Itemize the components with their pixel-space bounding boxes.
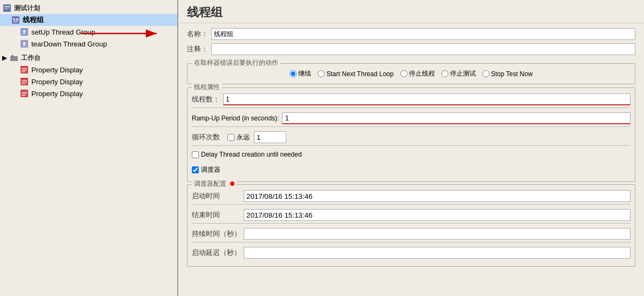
thread-count-label: 线程数：: [192, 95, 220, 104]
svg-rect-15: [23, 45, 26, 46]
duration-row: 持续时间（秒）: [192, 226, 630, 243]
tree-item-workbench[interactable]: ▶ 工作台: [0, 52, 177, 64]
property3-label: Property Display: [31, 90, 83, 98]
startup-delay-row: 启动延迟（秒）: [192, 245, 630, 261]
svg-rect-5: [4, 9, 8, 9]
end-time-row: 结束时间: [192, 207, 630, 224]
svg-rect-24: [22, 82, 27, 83]
svg-rect-19: [22, 68, 27, 69]
property1-icon: [19, 65, 29, 75]
tree-item-testplan[interactable]: 测试计划: [0, 2, 177, 14]
svg-point-7: [13, 18, 15, 21]
svg-rect-17: [11, 55, 14, 57]
svg-rect-29: [22, 95, 25, 96]
tree-item-setup[interactable]: setUp Thread Group: [0, 26, 177, 38]
tree-item-teardown[interactable]: tearDown Thread Group: [0, 38, 177, 50]
svg-rect-9: [14, 21, 18, 22]
threadgroup-icon: [11, 15, 21, 25]
thread-props-title: 线程属性: [192, 83, 222, 92]
svg-point-8: [16, 18, 18, 21]
radio-next-loop[interactable]: Start Next Thread Loop: [318, 70, 394, 78]
workbench-label: 工作台: [21, 53, 41, 63]
comment-label: 注释：: [187, 44, 208, 54]
scheduler-checkbox-text: 调度器: [201, 165, 220, 174]
property2-icon: [19, 77, 29, 86]
thread-count-input[interactable]: [223, 93, 630, 105]
thread-props-box: 线程属性 线程数： Ramp-Up Period (in seconds): 循…: [187, 88, 635, 182]
delay-creation-label[interactable]: Delay Thread creation until needed: [192, 151, 302, 158]
testplan-icon: [2, 3, 12, 13]
loop-count-input[interactable]: [254, 131, 286, 143]
start-time-label: 启动时间: [192, 191, 240, 201]
delay-creation-text: Delay Thread creation until needed: [201, 151, 302, 158]
workbench-expand-icon: ▶: [2, 54, 7, 62]
ramp-up-input[interactable]: [282, 112, 630, 124]
property1-label: Property Display: [31, 66, 83, 74]
svg-rect-23: [22, 80, 27, 81]
duration-label: 持续时间（秒）: [192, 229, 240, 239]
error-action-group: 在取样器错误后要执行的动作 继续 Start Next Thread Loop …: [187, 63, 635, 84]
teardown-icon: [19, 39, 29, 49]
comment-input[interactable]: [211, 43, 635, 55]
name-input[interactable]: [211, 28, 635, 40]
property3-icon: [19, 89, 29, 98]
startup-delay-input[interactable]: [244, 247, 630, 259]
svg-rect-28: [22, 93, 27, 95]
teardown-label: tearDown Thread Group: [31, 40, 107, 48]
ramp-up-row: Ramp-Up Period (in seconds):: [192, 110, 630, 127]
svg-rect-27: [22, 92, 27, 93]
tree-item-threadgroup[interactable]: 线程组: [0, 14, 177, 26]
error-action-title: 在取样器错误后要执行的动作: [192, 58, 280, 68]
scheduler-checkbox[interactable]: [192, 166, 199, 173]
start-time-row: 启动时间: [192, 190, 630, 205]
radio-stop-now[interactable]: Stop Test Now: [482, 70, 533, 78]
svg-rect-21: [22, 71, 25, 72]
svg-rect-12: [23, 33, 26, 34]
end-time-input[interactable]: [244, 209, 630, 221]
tree-item-property3[interactable]: Property Display: [0, 88, 177, 99]
left-panel: 测试计划 线程组 setUp: [0, 0, 178, 296]
radio-group: 继续 Start Next Thread Loop 停止线程 停止测试 Stop…: [192, 66, 630, 82]
forever-checkbox-label[interactable]: 永远: [227, 133, 250, 142]
property2-label: Property Display: [31, 78, 83, 86]
delay-creation-row: Delay Thread creation until needed: [192, 148, 630, 161]
svg-point-11: [23, 30, 26, 33]
radio-stop-test[interactable]: 停止测试: [441, 69, 476, 78]
svg-rect-20: [22, 70, 27, 71]
panel-title: 线程组: [178, 0, 644, 23]
scheduler-row: 调度器: [192, 163, 630, 176]
startup-delay-label: 启动延迟（秒）: [192, 248, 240, 258]
forever-checkbox[interactable]: [227, 134, 234, 141]
end-time-label: 结束时间: [192, 210, 240, 220]
ramp-up-label: Ramp-Up Period (in seconds):: [192, 115, 279, 122]
forever-label: 永远: [237, 133, 250, 142]
delay-creation-checkbox[interactable]: [192, 151, 199, 158]
duration-input[interactable]: [244, 228, 630, 240]
radio-stop-thread[interactable]: 停止线程: [400, 69, 435, 78]
radio-continue[interactable]: 继续: [290, 69, 311, 78]
loop-count-label: 循环次数: [192, 132, 220, 142]
tree-item-property2[interactable]: Property Display: [0, 76, 177, 88]
scheduler-config-title: 调度器配置: [192, 179, 237, 189]
tree-item-property1[interactable]: Property Display: [0, 64, 177, 76]
thread-count-row: 线程数：: [192, 93, 630, 108]
name-row: 名称：: [187, 28, 635, 41]
name-label: 名称：: [187, 29, 208, 39]
svg-rect-3: [4, 6, 10, 7]
red-dot: [230, 181, 234, 186]
svg-rect-6: [12, 16, 19, 24]
threadgroup-label: 线程组: [23, 15, 44, 25]
setup-icon: [19, 27, 29, 37]
start-time-input[interactable]: [244, 190, 630, 202]
testplan-label: 测试计划: [14, 4, 40, 13]
loop-count-row: 循环次数 永远: [192, 129, 630, 146]
svg-rect-25: [22, 83, 25, 84]
comment-row: 注释：: [187, 43, 635, 56]
scheduler-checkbox-label[interactable]: 调度器: [192, 165, 220, 174]
scheduler-config-box: 调度器配置 启动时间 结束时间 持续时间（秒） 启动延迟（秒）: [187, 184, 635, 267]
right-panel: 线程组 名称： 注释： 在取样器错误后要执行的动作 继续 Start Next …: [178, 0, 644, 296]
svg-point-14: [23, 42, 26, 45]
svg-rect-4: [4, 8, 10, 8]
workbench-icon: [9, 53, 19, 63]
setup-label: setUp Thread Group: [31, 28, 95, 36]
